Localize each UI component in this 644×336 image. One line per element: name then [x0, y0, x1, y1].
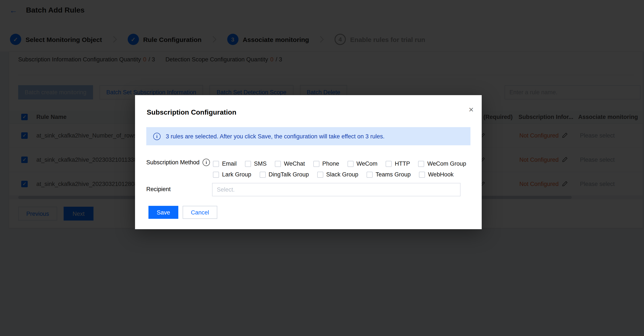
subscription-method-label-text: Subscription Method [146, 159, 200, 166]
checkbox-label: Email [222, 160, 237, 167]
checkbox-lark-group[interactable]: Lark Group [213, 171, 251, 178]
checkbox-http[interactable]: HTTP [386, 160, 410, 167]
checkbox-icon [366, 171, 373, 178]
info-banner: i 3 rules are selected. After you click … [146, 127, 470, 145]
info-icon[interactable]: i [202, 159, 210, 166]
checkbox-email[interactable]: Email [213, 160, 237, 167]
checkbox-wecom-group[interactable]: WeCom Group [418, 160, 466, 167]
checkbox-icon [347, 161, 354, 167]
info-banner-text: 3 rules are selected. After you click Sa… [166, 133, 384, 139]
recipient-select-input[interactable] [212, 183, 460, 196]
info-icon: i [153, 133, 160, 140]
checkbox-dingtalk-group[interactable]: DingTalk Group [260, 171, 309, 178]
checkbox-label: HTTP [395, 160, 410, 167]
checkbox-label: Slack Group [326, 171, 358, 178]
checkbox-label: WeChat [284, 160, 305, 167]
app-root: ← Batch Add Rules ✓ Select Monitoring Ob… [0, 0, 644, 336]
checkbox-slack-group[interactable]: Slack Group [317, 171, 358, 178]
checkbox-teams-group[interactable]: Teams Group [366, 171, 411, 178]
checkbox-icon [213, 161, 219, 167]
checkbox-wecom[interactable]: WeCom [347, 160, 378, 167]
subscription-configuration-modal: Subscription Configuration ✕ i 3 rules a… [135, 95, 482, 229]
cancel-button[interactable]: Cancel [183, 206, 217, 219]
checkbox-label: DingTalk Group [268, 171, 309, 178]
save-button[interactable]: Save [148, 206, 178, 219]
checkbox-label: Phone [322, 160, 339, 167]
checkbox-icon [313, 161, 319, 167]
recipient-label-text: Recipient [146, 186, 171, 192]
close-icon[interactable]: ✕ [468, 106, 474, 113]
checkbox-webhook[interactable]: WebHook [419, 171, 454, 178]
subscription-method-options: Email SMS WeChat Phone WeCom HTTP WeCom … [213, 158, 466, 180]
checkbox-phone[interactable]: Phone [313, 160, 339, 167]
method-row-2: Lark Group DingTalk Group Slack Group Te… [213, 169, 466, 180]
checkbox-icon [260, 171, 266, 178]
checkbox-label: WebHook [428, 171, 454, 178]
checkbox-label: Lark Group [222, 171, 251, 178]
checkbox-icon [386, 161, 392, 167]
checkbox-icon [275, 161, 281, 167]
checkbox-icon [418, 161, 424, 167]
checkbox-icon [317, 171, 323, 178]
checkbox-icon [213, 171, 219, 178]
subscription-method-label: Subscription Method i [146, 159, 210, 166]
checkbox-label: Teams Group [376, 171, 411, 178]
checkbox-sms[interactable]: SMS [245, 160, 267, 167]
checkbox-label: WeCom Group [428, 160, 466, 167]
checkbox-icon [419, 171, 425, 178]
checkbox-label: WeCom [356, 160, 378, 167]
modal-buttons: Save Cancel [148, 206, 217, 219]
modal-title: Subscription Configuration [147, 108, 236, 116]
checkbox-label: SMS [254, 160, 267, 167]
method-row-1: Email SMS WeChat Phone WeCom HTTP WeCom … [213, 158, 466, 169]
recipient-label: Recipient [146, 186, 171, 192]
checkbox-wechat[interactable]: WeChat [275, 160, 305, 167]
checkbox-icon [245, 161, 251, 167]
